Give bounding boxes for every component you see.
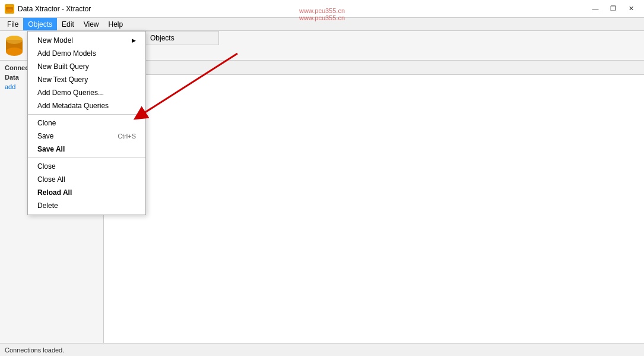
close-button[interactable]: ✕ <box>623 3 639 15</box>
menu-add-demo-models[interactable]: Add Demo Models <box>28 47 145 60</box>
app-icon-small <box>5 4 14 14</box>
status-bar: Connections loaded. <box>0 343 644 356</box>
add-demo-models-label: Add Demo Models <box>37 49 96 58</box>
new-built-query-label: New Built Query <box>37 62 89 71</box>
delete-label: Delete <box>37 201 58 210</box>
title-bar-left: Data Xtractor - Xtractor <box>5 4 91 14</box>
window-title: Data Xtractor - Xtractor <box>18 5 91 13</box>
minimize-button[interactable]: — <box>587 3 604 15</box>
save-shortcut: Ctrl+S <box>118 133 136 140</box>
objects-dropdown-menu: New Model Add Demo Models New Built Quer… <box>27 31 146 215</box>
content-area <box>104 75 644 343</box>
svg-point-5 <box>6 48 23 56</box>
status-text: Connections loaded. <box>5 346 64 354</box>
new-text-query-label: New Text Query <box>37 75 88 84</box>
menu-close[interactable]: Close <box>28 160 145 173</box>
menu-bar: File Objects Edit View Help <box>0 18 644 31</box>
restore-button[interactable]: ❐ <box>605 3 621 15</box>
save-all-label: Save All <box>37 145 65 153</box>
menu-view[interactable]: View <box>79 18 104 30</box>
svg-point-2 <box>6 9 13 12</box>
separator-2 <box>28 157 145 158</box>
new-model-label: New Model <box>37 36 73 45</box>
reload-all-label: Reload All <box>37 188 72 197</box>
right-area: Objects <box>104 61 644 343</box>
svg-point-6 <box>6 36 23 44</box>
menu-new-model[interactable]: New Model <box>28 34 145 47</box>
objects-panel-indicator: Objects <box>145 31 219 45</box>
menu-new-built-query[interactable]: New Built Query <box>28 60 145 73</box>
menu-clone[interactable]: Clone <box>28 116 145 130</box>
window-controls: — ❐ ✕ <box>587 3 639 15</box>
clone-label: Clone <box>37 119 56 127</box>
title-bar: Data Xtractor - Xtractor — ❐ ✕ <box>0 0 644 18</box>
separator-1 <box>28 114 145 115</box>
add-demo-queries-label: Add Demo Queries... <box>37 89 104 97</box>
add-metadata-queries-label: Add Metadata Queries <box>37 102 109 110</box>
tab-bar: Objects <box>104 61 644 75</box>
menu-new-text-query[interactable]: New Text Query <box>28 73 145 86</box>
objects-panel-label: Objects <box>150 34 175 42</box>
menu-help[interactable]: Help <box>104 18 128 30</box>
menu-edit[interactable]: Edit <box>57 18 79 30</box>
close-all-menu-label: Close All <box>37 175 65 184</box>
save-label: Save <box>37 132 53 140</box>
menu-close-all[interactable]: Close All <box>28 173 145 186</box>
menu-save-all[interactable]: Save All <box>28 143 145 156</box>
menu-save[interactable]: Save Ctrl+S <box>28 130 145 143</box>
app-logo <box>5 34 24 58</box>
menu-file[interactable]: File <box>2 18 23 30</box>
menu-reload-all[interactable]: Reload All <box>28 186 145 199</box>
close-label: Close <box>37 162 56 171</box>
menu-objects[interactable]: Objects <box>23 18 57 30</box>
menu-add-metadata-queries[interactable]: Add Metadata Queries <box>28 99 145 112</box>
menu-add-demo-queries[interactable]: Add Demo Queries... <box>28 86 145 99</box>
menu-delete[interactable]: Delete <box>28 199 145 212</box>
